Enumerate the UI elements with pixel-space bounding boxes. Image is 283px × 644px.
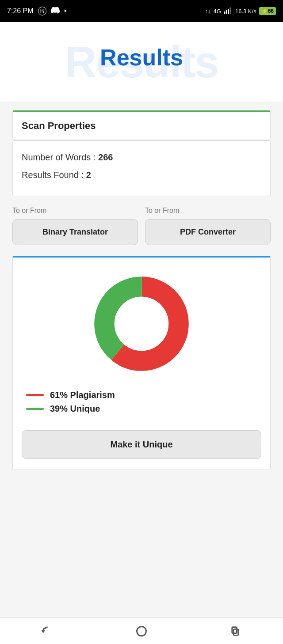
unique-legend-line — [26, 408, 44, 410]
scan-properties-card: Scan Properties — [12, 110, 271, 140]
network-type: 4G — [214, 8, 221, 15]
make-unique-button[interactable]: Make it Unique — [22, 430, 261, 459]
results-found-row: Results Found : 2 — [22, 168, 261, 182]
chart-card: 61% Plagiarism 39% Unique Make it Unique — [12, 256, 271, 470]
chart-divider — [22, 423, 261, 423]
svg-rect-2 — [228, 9, 229, 14]
plagiarism-legend-label: 61% Plagiarism — [50, 390, 115, 400]
page-title: Results — [9, 35, 274, 80]
time-display: 7:26 PM — [7, 7, 34, 15]
bottom-nav — [0, 617, 283, 644]
svg-rect-3 — [229, 8, 231, 14]
word-count-row: Number of Words : 266 — [22, 151, 261, 164]
stats-card: Number of Words : 266 Results Found : 2 — [12, 140, 271, 196]
action-buttons-row: Binary Translator PDF Converter — [12, 219, 271, 245]
back-icon — [41, 625, 54, 637]
speed-display: 16.3 K/s — [235, 8, 256, 15]
donut-hole — [115, 297, 168, 351]
donut-chart-container — [22, 271, 261, 377]
dot-indicator: • — [64, 7, 67, 15]
home-button[interactable] — [134, 624, 149, 638]
to-from-label-2: To or From — [145, 207, 271, 215]
back-button[interactable] — [40, 624, 54, 638]
home-icon — [135, 625, 148, 637]
svg-rect-0 — [224, 11, 225, 14]
discord-icon — [51, 6, 60, 16]
battery-display: ⚡ 66 — [259, 7, 276, 15]
recents-button[interactable] — [229, 624, 243, 638]
hero-section: Results Results — [0, 22, 283, 102]
legend-unique-row: 39% Unique — [26, 404, 257, 414]
word-count-value: 266 — [98, 152, 113, 162]
results-found-value: 2 — [86, 170, 91, 180]
svg-point-4 — [137, 626, 146, 636]
page-content: Results Results Scan Properties Number o… — [0, 22, 283, 617]
unique-legend-label: 39% Unique — [50, 404, 100, 414]
status-right: ↑↓ 4G 16.3 K/s ⚡ 66 — [205, 7, 276, 15]
buttons-section: To or From To or From Binary Translator … — [12, 207, 271, 245]
svg-rect-1 — [226, 10, 227, 14]
signal-arrows: ↑↓ — [205, 8, 211, 15]
scan-properties-title: Scan Properties — [22, 120, 96, 131]
to-from-label-1: To or From — [12, 207, 138, 215]
signal-bars — [224, 7, 233, 15]
status-left: 7:26 PM B • — [7, 6, 67, 16]
donut-chart-svg — [88, 271, 195, 377]
word-count-label: Number of Words : — [22, 152, 96, 162]
recents-icon — [229, 625, 242, 637]
pdf-converter-button[interactable]: PDF Converter — [145, 219, 271, 245]
svg-rect-6 — [234, 629, 239, 635]
svg-rect-5 — [232, 627, 237, 633]
scan-properties-header: Scan Properties — [13, 112, 270, 140]
chart-legend: 61% Plagiarism 39% Unique — [22, 390, 261, 414]
binary-translator-button[interactable]: Binary Translator — [12, 219, 138, 245]
main-container: Scan Properties Number of Words : 266 Re… — [0, 102, 283, 489]
status-bar: 7:26 PM B • ↑↓ 4G 16.3 K/s ⚡ 66 — [0, 0, 283, 22]
plagiarism-legend-line — [26, 394, 44, 396]
to-from-labels: To or From To or From — [12, 207, 271, 215]
results-found-label: Results Found : — [22, 170, 84, 180]
b-icon: B — [38, 7, 46, 15]
legend-plagiarism-row: 61% Plagiarism — [26, 390, 257, 400]
